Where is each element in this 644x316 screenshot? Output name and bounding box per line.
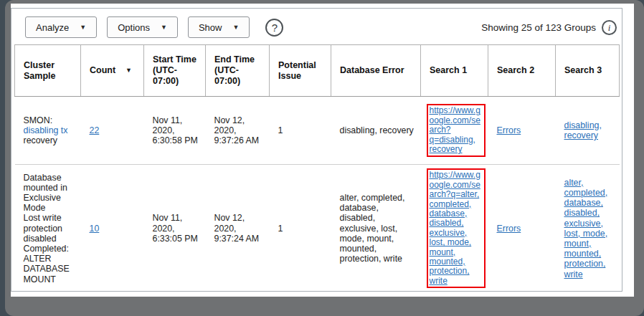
analyze-button-label: Analyze [36,22,69,33]
chevron-down-icon: ▼ [161,24,167,31]
search-2-link[interactable]: Errors [497,224,521,234]
search-3-link[interactable]: disabling, recovery [564,120,602,140]
column-header-end-time: End Time (UTC-07:00) [206,45,270,97]
cluster-sample-cell: SMON: disabling tx recovery [15,97,81,165]
potential-issue-cell: 1 [270,165,331,292]
search-1-link[interactable]: https://www.google.com/search?q=alter, c… [430,170,480,285]
start-time-cell: Nov 11, 2020, 6:33:05 PM [144,165,206,292]
column-header-search-3: Search 3 [556,45,620,97]
count-cell: 22 [81,97,144,165]
help-icon[interactable]: ? [265,19,283,37]
potential-issue-cell: 1 [270,97,331,165]
start-time-cell: Nov 11, 2020, 6:30:58 PM [144,97,206,165]
content-sheet: Analyze ▼ Options ▼ Show ▼ ? Showing 25 … [11,4,634,297]
chevron-down-icon: ▼ [80,24,86,31]
search-3-link[interactable]: alter, completed, database, disabled, ex… [564,178,608,279]
database-error-cell: disabling, recovery [331,97,421,165]
table-row: Database mounted in Exclusive Mode Lost … [15,165,620,292]
search-2-cell: Errors [488,97,556,165]
window-gutter: Analyze ▼ Options ▼ Show ▼ ? Showing 25 … [5,0,644,316]
search-3-cell: disabling, recovery [556,97,620,165]
column-header-start-time: Start Time (UTC-07:00) [144,45,206,97]
results-table: Cluster Sample Count ▼ Start Time (UTC-0… [14,44,620,292]
search-1-link[interactable]: https://www.google.com/search?q=disablin… [430,105,480,154]
database-error-cell: alter, completed, database, disabled, ex… [331,165,421,292]
column-header-potential-issue: Potential Issue [270,45,331,97]
search-1-cell: https://www.google.com/search?q=disablin… [421,97,488,165]
column-header-cluster-sample: Cluster Sample [15,45,81,97]
toolbar: Analyze ▼ Options ▼ Show ▼ ? Showing 25 … [11,9,622,44]
info-icon[interactable]: i [602,20,617,35]
analyze-button[interactable]: Analyze ▼ [25,16,97,38]
count-link[interactable]: 10 [90,224,100,234]
cluster-sample-text: SMON: [24,115,53,125]
options-button[interactable]: Options ▼ [107,16,178,38]
cluster-sample-text: recovery [24,135,58,145]
main-panel: Analyze ▼ Options ▼ Show ▼ ? Showing 25 … [11,8,622,292]
table-header-row: Cluster Sample Count ▼ Start Time (UTC-0… [15,45,620,97]
count-cell: 10 [81,165,144,292]
red-annotation-box: https://www.google.com/search?q=disablin… [427,104,486,156]
sort-descending-icon[interactable]: ▼ [126,67,132,75]
column-header-count[interactable]: Count ▼ [81,45,144,97]
count-link[interactable]: 22 [90,125,100,135]
column-header-database-error: Database Error [331,45,421,97]
cluster-sample-cell: Database mounted in Exclusive Mode Lost … [15,165,81,292]
chevron-down-icon: ▼ [232,24,239,31]
end-time-cell: Nov 12, 2020, 9:37:24 AM [206,165,270,292]
show-button-label: Show [199,22,222,33]
cluster-sample-highlight: disabling tx [24,125,68,135]
search-1-cell: https://www.google.com/search?q=alter, c… [421,165,488,292]
end-time-cell: Nov 12, 2020, 9:37:26 AM [206,97,270,165]
cluster-sample-text: Lost write protection disabled [24,213,75,244]
search-2-link[interactable]: Errors [497,125,521,135]
showing-groups: Showing 25 of 123 Groups i [481,20,617,35]
toolbar-button-row: Analyze ▼ Options ▼ Show ▼ ? [25,16,283,38]
search-2-cell: Errors [488,165,556,292]
cluster-sample-text: Completed: ALTER DATABASE MOUNT [24,244,75,284]
show-button[interactable]: Show ▼ [188,16,250,38]
table-row: SMON: disabling tx recovery 22 Nov 11, 2… [15,97,620,165]
options-button-label: Options [118,22,150,33]
red-annotation-box: https://www.google.com/search?q=alter, c… [427,168,486,288]
column-header-search-2: Search 2 [488,45,556,97]
search-3-cell: alter, completed, database, disabled, ex… [556,165,620,292]
showing-groups-label: Showing 25 of 123 Groups [481,22,596,33]
cluster-sample-text: Database mounted in Exclusive Mode [24,173,75,214]
count-header-label: Count [90,65,115,76]
column-header-search-1: Search 1 [421,45,488,97]
